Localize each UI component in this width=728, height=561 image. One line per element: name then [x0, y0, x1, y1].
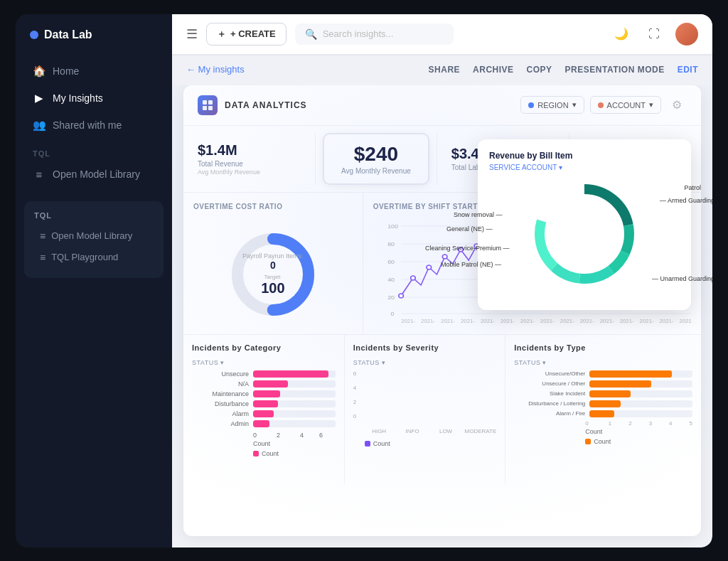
- edit-action[interactable]: EDIT: [678, 65, 698, 75]
- bottom-charts-row: Incidents by Category STATUS ▾ Unsecure …: [183, 335, 701, 484]
- type-legend-label: Count: [594, 438, 611, 445]
- donut-payroll-value: 0: [242, 260, 304, 271]
- region-filter[interactable]: REGION ▾: [520, 96, 584, 114]
- type-hbar-slake: Slake Incident: [514, 390, 692, 397]
- hamburger-icon[interactable]: ☰: [186, 26, 198, 42]
- type-track-alarm: [589, 410, 692, 417]
- kpi-avg-monthly-revenue: $240 Avg Monthly Revenue: [323, 133, 429, 185]
- back-link[interactable]: ← My insights: [186, 64, 245, 75]
- incidents-severity-status: STATUS ▾: [353, 359, 497, 366]
- severity-legend-dot: [365, 441, 370, 447]
- hbar-maintenance-track: [253, 390, 336, 397]
- type-label-disturbance: Disturbance / Loitering: [514, 400, 585, 407]
- donut-payroll-label: Payroll Payrun Items:: [242, 252, 304, 260]
- sidebar-item-home-label: Home: [53, 65, 79, 77]
- svg-point-20: [427, 265, 432, 269]
- fullscreen-icon[interactable]: ⛶: [643, 23, 665, 46]
- presentation-mode-action[interactable]: PRESENTATION MODE: [565, 65, 665, 75]
- avg-monthly-revenue-label: Avg Monthly Revenue: [341, 167, 411, 175]
- svg-point-18: [398, 294, 403, 298]
- sidebar-item-my-insights[interactable]: ▶ My Insights: [24, 85, 164, 111]
- create-plus-icon: ＋: [217, 28, 226, 41]
- share-action[interactable]: SHARE: [429, 65, 461, 75]
- severity-y-4: 4: [353, 385, 356, 391]
- moon-icon[interactable]: 🌙: [610, 23, 633, 46]
- revenue-donut-svg: [528, 177, 641, 291]
- category-legend: Count: [253, 450, 336, 457]
- hbar-disturbance-fill: [253, 400, 278, 407]
- hbar-na-track: [253, 380, 336, 388]
- dashboard-area: ← My insights SHARE ARCHIVE COPY PRESENT…: [172, 54, 712, 547]
- breadcrumb-bar: ← My insights SHARE ARCHIVE COPY PRESENT…: [172, 54, 712, 85]
- account-filter-label: ACCOUNT: [607, 101, 646, 109]
- svg-text:2021-: 2021-: [520, 318, 535, 324]
- search-box[interactable]: 🔍 Search insights...: [295, 23, 454, 45]
- svg-text:2021-: 2021-: [421, 318, 436, 324]
- svg-text:2021-: 2021-: [401, 318, 416, 324]
- hbar-unsecure-label: Unsecure: [192, 370, 249, 378]
- archive-action[interactable]: ARCHIVE: [473, 65, 514, 75]
- open-model-library-label: Open Model Library: [53, 169, 140, 180]
- sidebar-item-shared[interactable]: 👥 Shared with me: [24, 112, 164, 138]
- mobile-patrol-label: Mobile Patrol (NE) —: [441, 261, 501, 268]
- severity-y-0: 0: [353, 413, 356, 420]
- breadcrumb-right: SHARE ARCHIVE COPY PRESENTATION MODE EDI…: [429, 65, 698, 75]
- severity-low: LOW: [432, 427, 461, 434]
- armed-guarding-label: — Armed Guarding (NE): [660, 197, 712, 204]
- severity-bars: 6 4 2 0 HIGH: [353, 370, 497, 434]
- dashboard-title: DATA ANALYTICS: [225, 100, 307, 110]
- shared-icon: 👥: [33, 119, 46, 132]
- svg-text:2021-: 2021-: [679, 318, 691, 324]
- severity-legend: Count: [365, 440, 497, 447]
- type-legend: Count: [585, 438, 692, 445]
- avatar[interactable]: [675, 23, 698, 46]
- hbar-na: N/A: [192, 380, 336, 388]
- hbar-maintenance-label: Maintenance: [192, 390, 249, 397]
- type-fill-disturbance: [589, 400, 620, 407]
- create-button[interactable]: ＋ + CREATE: [206, 23, 287, 46]
- total-revenue-label: Total Revenue: [198, 160, 301, 168]
- cleaning-label: Cleaning Service-Premium —: [425, 245, 510, 252]
- type-label-unsecure-other: Unsecure/Other: [514, 370, 585, 377]
- svg-text:2021-: 2021-: [619, 318, 634, 324]
- svg-point-21: [442, 255, 447, 259]
- tql-panel: TQL ≡ Open Model Library ≡ TQL Playgroun…: [24, 201, 164, 278]
- logo: Data Lab: [16, 28, 172, 58]
- svg-text:2021-: 2021-: [500, 318, 515, 324]
- type-track-unsecure-other: [589, 370, 692, 378]
- severity-info: INFO: [398, 427, 427, 434]
- type-hbar-unsecure-other2: Unsecure / Other: [514, 380, 692, 388]
- avg-monthly-revenue-value: $240: [341, 143, 411, 166]
- account-filter[interactable]: ACCOUNT ▾: [590, 96, 661, 114]
- type-x-axis: 012345: [585, 420, 692, 427]
- svg-point-59: [556, 205, 613, 262]
- severity-high-label: HIGH: [372, 428, 386, 434]
- copy-action[interactable]: COPY: [527, 65, 552, 75]
- svg-rect-2: [203, 106, 207, 110]
- svg-text:60: 60: [387, 258, 395, 265]
- severity-moderate-label: MODERATE: [465, 428, 497, 434]
- service-account-filter[interactable]: SERVICE ACCOUNT ▾: [489, 164, 680, 171]
- total-revenue-sublabel: Avg Monthly Revenue: [198, 169, 301, 176]
- donut-target-value: 100: [242, 280, 304, 296]
- severity-high: HIGH: [365, 427, 394, 434]
- topbar-actions: 🌙 ⛶: [610, 23, 698, 46]
- svg-text:100: 100: [387, 223, 398, 229]
- type-hbar-alarm: Alarm / Fire: [514, 410, 692, 417]
- hbar-unsecure-track: [253, 370, 336, 378]
- incidents-by-category-title: Incidents by Category: [192, 343, 336, 352]
- incidents-category-status: STATUS ▾: [192, 359, 336, 366]
- tql-open-model-library[interactable]: ≡ Open Model Library: [34, 225, 154, 247]
- incidents-by-type-title: Incidents by Type: [514, 343, 692, 352]
- tql-playground[interactable]: ≡ TQL Playground: [34, 247, 154, 268]
- severity-legend-label: Count: [373, 440, 390, 447]
- tql-playground-label: TQL Playground: [51, 252, 118, 262]
- svg-text:2021-: 2021-: [441, 318, 456, 324]
- settings-icon[interactable]: ⚙: [667, 95, 687, 115]
- svg-text:2021-: 2021-: [659, 318, 674, 324]
- sidebar-item-open-model-library[interactable]: ≡ Open Model Library: [24, 162, 164, 187]
- sidebar-item-home[interactable]: 🏠 Home: [24, 58, 164, 84]
- type-hbar-disturbance: Disturbance / Loitering: [514, 400, 692, 407]
- svg-rect-1: [208, 100, 213, 105]
- svg-text:2021-: 2021-: [481, 318, 496, 324]
